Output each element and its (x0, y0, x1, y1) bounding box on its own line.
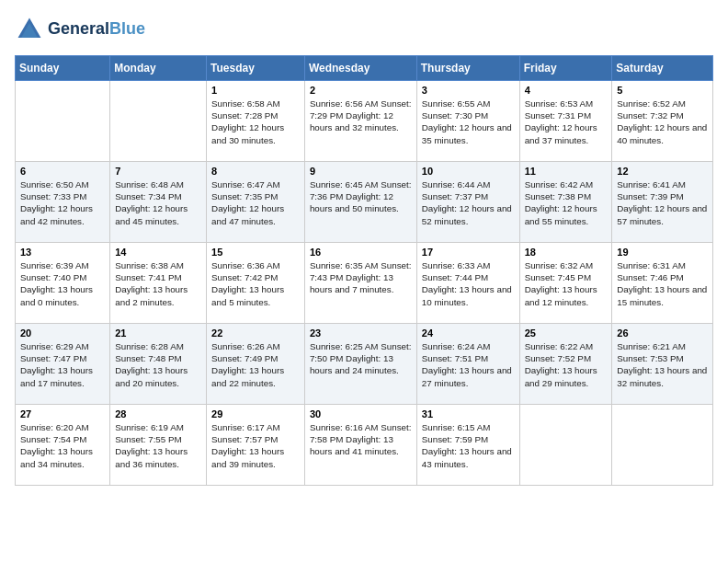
day-number: 28 (115, 408, 201, 419)
week-row-3: 13Sunrise: 6:39 AM Sunset: 7:40 PM Dayli… (16, 243, 713, 324)
calendar-cell: 7Sunrise: 6:48 AM Sunset: 7:34 PM Daylig… (110, 162, 207, 243)
logo: GeneralBlue (15, 15, 145, 44)
day-number: 10 (422, 166, 515, 177)
week-row-1: 1Sunrise: 6:58 AM Sunset: 7:28 PM Daylig… (16, 81, 713, 162)
day-number: 27 (20, 408, 105, 419)
day-number: 18 (525, 247, 608, 258)
day-detail: Sunrise: 6:44 AM Sunset: 7:37 PM Dayligh… (422, 178, 515, 227)
day-detail: Sunrise: 6:42 AM Sunset: 7:38 PM Dayligh… (525, 178, 608, 227)
calendar-cell: 30Sunrise: 6:16 AM Sunset: 7:58 PM Dayli… (304, 405, 416, 486)
weekday-header-thursday: Thursday (416, 56, 519, 81)
calendar-cell (612, 405, 713, 486)
day-number: 9 (310, 166, 412, 177)
day-detail: Sunrise: 6:47 AM Sunset: 7:35 PM Dayligh… (211, 178, 300, 227)
day-number: 1 (211, 85, 300, 96)
day-number: 14 (115, 247, 201, 258)
day-detail: Sunrise: 6:38 AM Sunset: 7:41 PM Dayligh… (115, 259, 201, 308)
day-number: 16 (310, 247, 412, 258)
calendar-cell: 2Sunrise: 6:56 AM Sunset: 7:29 PM Daylig… (304, 81, 416, 162)
day-detail: Sunrise: 6:19 AM Sunset: 7:55 PM Dayligh… (115, 421, 201, 470)
calendar-cell: 29Sunrise: 6:17 AM Sunset: 7:57 PM Dayli… (207, 405, 305, 486)
day-detail: Sunrise: 6:45 AM Sunset: 7:36 PM Dayligh… (310, 178, 412, 215)
day-detail: Sunrise: 6:26 AM Sunset: 7:49 PM Dayligh… (211, 340, 300, 389)
day-detail: Sunrise: 6:20 AM Sunset: 7:54 PM Dayligh… (20, 421, 105, 470)
day-detail: Sunrise: 6:31 AM Sunset: 7:46 PM Dayligh… (617, 259, 708, 308)
day-number: 20 (20, 327, 105, 339)
week-row-5: 27Sunrise: 6:20 AM Sunset: 7:54 PM Dayli… (16, 405, 713, 486)
calendar-cell: 5Sunrise: 6:52 AM Sunset: 7:32 PM Daylig… (612, 81, 713, 162)
calendar-cell: 26Sunrise: 6:21 AM Sunset: 7:53 PM Dayli… (612, 324, 713, 405)
page-header: GeneralBlue (15, 15, 713, 44)
weekday-header-friday: Friday (519, 56, 612, 81)
day-detail: Sunrise: 6:24 AM Sunset: 7:51 PM Dayligh… (422, 340, 515, 389)
day-detail: Sunrise: 6:17 AM Sunset: 7:57 PM Dayligh… (211, 421, 300, 470)
calendar-cell: 3Sunrise: 6:55 AM Sunset: 7:30 PM Daylig… (416, 81, 519, 162)
calendar-cell: 22Sunrise: 6:26 AM Sunset: 7:49 PM Dayli… (207, 324, 305, 405)
calendar-cell: 20Sunrise: 6:29 AM Sunset: 7:47 PM Dayli… (16, 324, 110, 405)
day-detail: Sunrise: 6:28 AM Sunset: 7:48 PM Dayligh… (115, 340, 201, 389)
day-detail: Sunrise: 6:22 AM Sunset: 7:52 PM Dayligh… (525, 340, 608, 389)
weekday-header-sunday: Sunday (16, 56, 110, 81)
day-detail: Sunrise: 6:52 AM Sunset: 7:32 PM Dayligh… (617, 98, 708, 146)
day-detail: Sunrise: 6:55 AM Sunset: 7:30 PM Dayligh… (422, 98, 515, 146)
day-detail: Sunrise: 6:36 AM Sunset: 7:42 PM Dayligh… (211, 259, 300, 308)
day-number: 19 (617, 247, 708, 258)
week-row-2: 6Sunrise: 6:50 AM Sunset: 7:33 PM Daylig… (16, 162, 713, 243)
logo-text: GeneralBlue (48, 20, 145, 39)
calendar-cell: 10Sunrise: 6:44 AM Sunset: 7:37 PM Dayli… (416, 162, 519, 243)
day-detail: Sunrise: 6:53 AM Sunset: 7:31 PM Dayligh… (525, 98, 608, 146)
calendar-cell: 1Sunrise: 6:58 AM Sunset: 7:28 PM Daylig… (207, 81, 305, 162)
calendar-cell: 23Sunrise: 6:25 AM Sunset: 7:50 PM Dayli… (304, 324, 416, 405)
weekday-header-saturday: Saturday (612, 56, 713, 81)
day-detail: Sunrise: 6:29 AM Sunset: 7:47 PM Dayligh… (20, 340, 105, 389)
calendar-cell: 28Sunrise: 6:19 AM Sunset: 7:55 PM Dayli… (110, 405, 207, 486)
calendar-cell: 24Sunrise: 6:24 AM Sunset: 7:51 PM Dayli… (416, 324, 519, 405)
calendar-table: SundayMondayTuesdayWednesdayThursdayFrid… (15, 55, 713, 486)
day-detail: Sunrise: 6:56 AM Sunset: 7:29 PM Dayligh… (310, 98, 412, 134)
calendar-cell (110, 81, 207, 162)
day-detail: Sunrise: 6:25 AM Sunset: 7:50 PM Dayligh… (310, 340, 412, 377)
day-number: 8 (211, 166, 300, 177)
calendar-cell: 11Sunrise: 6:42 AM Sunset: 7:38 PM Dayli… (519, 162, 612, 243)
day-number: 15 (211, 247, 300, 258)
calendar-cell: 15Sunrise: 6:36 AM Sunset: 7:42 PM Dayli… (207, 243, 305, 324)
day-detail: Sunrise: 6:48 AM Sunset: 7:34 PM Dayligh… (115, 178, 201, 227)
logo-icon (15, 15, 44, 44)
day-detail: Sunrise: 6:32 AM Sunset: 7:45 PM Dayligh… (525, 259, 608, 308)
day-detail: Sunrise: 6:58 AM Sunset: 7:28 PM Dayligh… (211, 98, 300, 146)
calendar-cell: 4Sunrise: 6:53 AM Sunset: 7:31 PM Daylig… (519, 81, 612, 162)
day-number: 11 (525, 166, 608, 177)
calendar-cell: 25Sunrise: 6:22 AM Sunset: 7:52 PM Dayli… (519, 324, 612, 405)
day-detail: Sunrise: 6:33 AM Sunset: 7:44 PM Dayligh… (422, 259, 515, 308)
calendar-cell: 21Sunrise: 6:28 AM Sunset: 7:48 PM Dayli… (110, 324, 207, 405)
day-number: 22 (211, 327, 300, 339)
day-detail: Sunrise: 6:21 AM Sunset: 7:53 PM Dayligh… (617, 340, 708, 389)
calendar-cell: 9Sunrise: 6:45 AM Sunset: 7:36 PM Daylig… (304, 162, 416, 243)
calendar-cell (519, 405, 612, 486)
day-number: 12 (617, 166, 708, 177)
calendar-cell (16, 81, 110, 162)
calendar-cell: 17Sunrise: 6:33 AM Sunset: 7:44 PM Dayli… (416, 243, 519, 324)
day-number: 21 (115, 327, 201, 339)
day-detail: Sunrise: 6:15 AM Sunset: 7:59 PM Dayligh… (422, 421, 515, 470)
day-number: 26 (617, 327, 708, 339)
calendar-cell: 12Sunrise: 6:41 AM Sunset: 7:39 PM Dayli… (612, 162, 713, 243)
calendar-cell: 16Sunrise: 6:35 AM Sunset: 7:43 PM Dayli… (304, 243, 416, 324)
day-number: 17 (422, 247, 515, 258)
day-detail: Sunrise: 6:16 AM Sunset: 7:58 PM Dayligh… (310, 421, 412, 458)
calendar-cell: 8Sunrise: 6:47 AM Sunset: 7:35 PM Daylig… (207, 162, 305, 243)
day-number: 23 (310, 327, 412, 339)
day-detail: Sunrise: 6:50 AM Sunset: 7:33 PM Dayligh… (20, 178, 105, 227)
weekday-header-tuesday: Tuesday (207, 56, 305, 81)
weekday-header-wednesday: Wednesday (304, 56, 416, 81)
day-detail: Sunrise: 6:35 AM Sunset: 7:43 PM Dayligh… (310, 259, 412, 296)
calendar-cell: 27Sunrise: 6:20 AM Sunset: 7:54 PM Dayli… (16, 405, 110, 486)
day-number: 7 (115, 166, 201, 177)
calendar-cell: 31Sunrise: 6:15 AM Sunset: 7:59 PM Dayli… (416, 405, 519, 486)
day-number: 13 (20, 247, 105, 258)
day-number: 31 (422, 408, 515, 419)
day-number: 29 (211, 408, 300, 419)
day-number: 24 (422, 327, 515, 339)
day-detail: Sunrise: 6:39 AM Sunset: 7:40 PM Dayligh… (20, 259, 105, 308)
day-number: 6 (20, 166, 105, 177)
